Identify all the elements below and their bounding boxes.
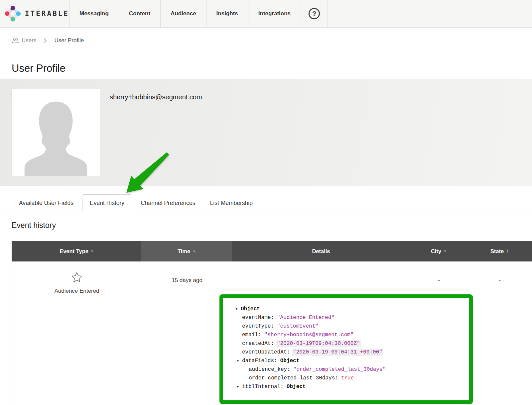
json-value: "2020-03-19T09:04:30.000Z" [277, 341, 360, 347]
json-key: eventUpdatedAt: [242, 349, 290, 355]
event-star-icon [71, 271, 83, 283]
nav-item-insights[interactable]: Insights [206, 0, 248, 27]
column-label: State [490, 248, 504, 254]
json-key: dataFields: [242, 358, 277, 364]
relative-time[interactable]: 15 days ago [172, 277, 202, 285]
nav-item-audience[interactable]: Audience [160, 0, 206, 27]
collapse-open-icon[interactable]: ▼ [235, 305, 241, 313]
json-line: ▼dataFields:Object [235, 356, 466, 365]
tab-event-history[interactable]: Event History [82, 194, 132, 212]
time-cell: 15 days ago [142, 261, 232, 405]
breadcrumb-current: User Profile [54, 37, 84, 44]
annotation-arrow-icon [123, 150, 172, 196]
user-profile-page: ITERABLE Messaging Content Audience Insi… [0, 0, 532, 405]
json-line: audience_key:"order_completed_last_30day… [235, 365, 466, 374]
json-tree: ▼Object eventName:"Audience Entered" eve… [223, 298, 469, 394]
collapse-closed-icon[interactable]: ► [237, 382, 242, 391]
top-nav: ITERABLE Messaging Content Audience Insi… [0, 0, 532, 28]
state-cell: - [467, 261, 532, 405]
column-label: Event Type [60, 248, 88, 254]
column-header-city[interactable]: City ▲▼ [410, 241, 467, 261]
json-line: ▼Object [235, 305, 466, 313]
json-value: "2020-03-19 09:04:31 +00:00" [293, 349, 382, 355]
help-icon: ? [309, 8, 320, 19]
iterable-logo-icon [5, 4, 21, 23]
users-icon [12, 38, 19, 44]
user-email: sherry+bobbins@segment.com [110, 93, 202, 101]
json-line: eventName:"Audience Entered" [235, 313, 466, 322]
tab-list-membership[interactable]: List Membership [203, 194, 260, 212]
column-label: City [431, 248, 441, 254]
json-key: createdAt: [242, 341, 274, 347]
chevron-right-icon [44, 38, 47, 43]
column-header-event-type[interactable]: Event Type ▲▼ [12, 241, 141, 261]
event-type-cell: Audience Entered [12, 261, 142, 405]
brand-name: ITERABLE [25, 10, 69, 18]
column-header-time[interactable]: Time ▼ [141, 241, 232, 261]
json-key: audience_key: [249, 366, 290, 372]
collapse-open-icon[interactable]: ▼ [237, 356, 242, 365]
json-line: createdAt:"2020-03-19T09:04:30.000Z" [235, 339, 466, 348]
breadcrumb-users-link[interactable]: Users [22, 37, 36, 44]
json-key: eventName: [242, 315, 274, 321]
tab-available-user-fields[interactable]: Available User Fields [12, 194, 81, 212]
section-heading: Event history [12, 221, 56, 230]
event-type-label: Audience Entered [54, 288, 99, 294]
help-button[interactable]: ? [301, 0, 328, 27]
json-object-label: Object [287, 384, 306, 390]
json-key: order_completed_last_30days: [249, 375, 338, 381]
nav-item-integrations[interactable]: Integrations [248, 0, 301, 27]
json-value: "Audience Entered" [277, 315, 334, 321]
json-key: eventType: [242, 323, 274, 329]
json-key: email: [242, 332, 261, 338]
page-title: User Profile [12, 62, 66, 74]
sort-icon: ▲▼ [91, 249, 93, 253]
column-label: Time [178, 248, 190, 254]
json-value: "order_completed_last_30days" [293, 366, 386, 372]
json-object-label: Object [241, 306, 260, 312]
profile-hero: sherry+bobbins@segment.com [0, 79, 532, 186]
json-line: ►itblInternal:Object [235, 382, 466, 391]
json-value: "sherry+bobbins@segment.com" [264, 332, 354, 338]
column-header-details: Details [232, 241, 410, 261]
brand-logo[interactable]: ITERABLE [0, 0, 69, 27]
avatar-silhouette-icon [12, 89, 100, 176]
json-object-label: Object [280, 358, 300, 364]
json-value: "customEvent" [277, 323, 319, 329]
json-line: email:"sherry+bobbins@segment.com" [235, 331, 466, 339]
avatar [12, 89, 100, 176]
tab-channel-preferences[interactable]: Channel Preferences [133, 194, 202, 212]
nav-item-messaging[interactable]: Messaging [69, 0, 119, 27]
details-highlight-box: ▼Object eventName:"Audience Entered" eve… [219, 294, 473, 404]
json-line: eventType:"customEvent" [235, 322, 466, 331]
sort-icon: ▲▼ [506, 249, 509, 253]
sort-icon: ▲▼ [444, 249, 446, 253]
json-value: true [341, 375, 354, 381]
json-key: itblInternal: [242, 384, 284, 390]
column-label: Details [312, 248, 330, 254]
json-line: eventUpdatedAt:"2020-03-19 09:04:31 +00:… [235, 348, 466, 356]
profile-tabs: Available User Fields Event History Chan… [0, 194, 532, 212]
column-header-state[interactable]: State ▲▼ [467, 241, 532, 261]
sort-desc-icon: ▼ [193, 250, 196, 253]
breadcrumb: Users User Profile [12, 37, 84, 44]
nav-item-content[interactable]: Content [119, 0, 160, 27]
table-header: Event Type ▲▼ Time ▼ Details City ▲▼ Sta… [12, 241, 532, 261]
json-line: order_completed_last_30days:true [235, 374, 466, 382]
